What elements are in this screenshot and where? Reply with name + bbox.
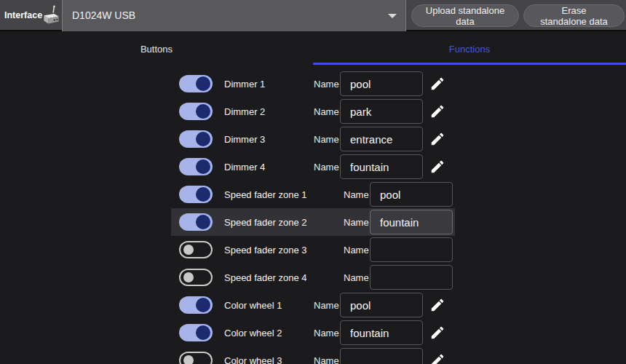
- tab-functions[interactable]: Functions: [313, 33, 626, 65]
- function-row-speed-fader-zone-2: Speed fader zone 2 Name: [171, 208, 455, 236]
- edit-icon[interactable]: [429, 103, 446, 120]
- toggle-speed-fader-zone-3[interactable]: [179, 241, 213, 258]
- device-select-value: D1024W USB: [72, 9, 135, 21]
- toggle-knob: [183, 245, 194, 255]
- name-field-label: Name: [314, 134, 338, 145]
- name-field-label: Name: [344, 272, 368, 283]
- tab-buttons-label: Buttons: [140, 44, 173, 55]
- function-row-dimmer-1: Dimmer 1 Name: [171, 70, 455, 98]
- edit-icon[interactable]: [429, 158, 446, 175]
- device-select-dropdown[interactable]: D1024W USB: [62, 0, 406, 31]
- edit-icon[interactable]: [429, 324, 446, 341]
- toggle-knob: [196, 215, 210, 229]
- name-input-speed-fader-zone-2[interactable]: [370, 210, 453, 234]
- toggle-dimmer-4[interactable]: [179, 158, 213, 175]
- name-input-dimmer-3[interactable]: [340, 127, 423, 151]
- toggle-speed-fader-zone-1[interactable]: [179, 186, 213, 203]
- function-row-speed-fader-zone-3: Speed fader zone 3 Name: [171, 236, 455, 264]
- chevron-down-icon: [388, 14, 397, 18]
- toggle-dimmer-3[interactable]: [179, 130, 213, 148]
- edit-icon[interactable]: [429, 75, 446, 92]
- function-label: Speed fader zone 2: [224, 217, 306, 228]
- toggle-dimmer-2[interactable]: [179, 103, 213, 120]
- name-field-label: Name: [344, 189, 368, 200]
- function-label: Speed fader zone 1: [224, 189, 306, 200]
- edit-icon[interactable]: [429, 130, 446, 148]
- name-input-color-wheel-2[interactable]: [340, 320, 423, 345]
- function-label: Dimmer 3: [224, 134, 265, 145]
- edit-icon[interactable]: [429, 296, 446, 314]
- name-field-label: Name: [314, 355, 338, 364]
- name-field-label: Name: [314, 106, 338, 117]
- name-input-color-wheel-1[interactable]: [340, 293, 423, 317]
- name-input-speed-fader-zone-1[interactable]: [370, 182, 453, 207]
- function-label: Dimmer 1: [224, 79, 265, 90]
- functions-list: Dimmer 1 Name Dimmer 2 Name Dimmer 3 Nam…: [171, 70, 455, 364]
- toggle-speed-fader-zone-2[interactable]: [179, 213, 213, 231]
- upload-standalone-data-button[interactable]: Upload standalone data: [411, 4, 519, 27]
- function-label: Color wheel 1: [224, 300, 282, 311]
- toggle-knob: [183, 272, 194, 282]
- edit-icon[interactable]: [429, 352, 446, 364]
- function-label: Color wheel 2: [224, 328, 282, 339]
- function-row-dimmer-3: Dimmer 3 Name: [171, 125, 455, 153]
- toggle-knob: [196, 104, 210, 119]
- toggle-color-wheel-3[interactable]: [179, 352, 213, 364]
- function-label: Speed fader zone 4: [224, 272, 306, 283]
- name-field-label: Name: [314, 162, 338, 173]
- toggle-knob: [183, 355, 194, 364]
- dmx-interface-device-icon: [41, 5, 61, 27]
- function-row-color-wheel-2: Color wheel 2 Name: [171, 319, 455, 347]
- function-label: Dimmer 4: [224, 162, 265, 173]
- toggle-knob: [196, 325, 210, 340]
- name-input-color-wheel-3[interactable]: [340, 348, 423, 364]
- toggle-speed-fader-zone-4[interactable]: [179, 269, 213, 286]
- interface-label: Interface: [4, 10, 42, 20]
- function-row-speed-fader-zone-1: Speed fader zone 1 Name: [171, 181, 455, 208]
- toggle-knob: [196, 76, 210, 91]
- function-row-color-wheel-3: Color wheel 3 Name: [171, 347, 455, 364]
- name-input-dimmer-2[interactable]: [340, 99, 423, 124]
- toggle-color-wheel-2[interactable]: [179, 324, 213, 341]
- toggle-knob: [196, 132, 210, 146]
- name-field-label: Name: [314, 300, 338, 311]
- name-field-label: Name: [344, 217, 368, 228]
- function-label: Dimmer 2: [224, 106, 265, 117]
- erase-standalone-data-button[interactable]: Erase standalone data: [523, 4, 625, 27]
- name-field-label: Name: [314, 328, 338, 339]
- toggle-color-wheel-1[interactable]: [179, 296, 213, 314]
- function-label: Color wheel 3: [224, 355, 282, 364]
- function-row-color-wheel-1: Color wheel 1 Name: [171, 291, 455, 319]
- name-input-speed-fader-zone-3[interactable]: [370, 237, 453, 262]
- toggle-knob: [196, 159, 210, 174]
- function-row-speed-fader-zone-4: Speed fader zone 4 Name: [171, 264, 455, 291]
- name-input-dimmer-4[interactable]: [340, 154, 423, 179]
- toggle-knob: [196, 298, 210, 312]
- name-input-dimmer-1[interactable]: [340, 71, 423, 96]
- function-row-dimmer-4: Dimmer 4 Name: [171, 153, 455, 181]
- tab-active-underline: [313, 63, 626, 65]
- name-input-speed-fader-zone-4[interactable]: [370, 265, 453, 290]
- function-row-dimmer-2: Dimmer 2 Name: [171, 98, 455, 125]
- tab-bar: Buttons Functions: [0, 33, 626, 65]
- function-label: Speed fader zone 3: [224, 245, 306, 256]
- toggle-knob: [196, 187, 210, 202]
- top-bar: Interface D1024W USB Upload standalone d…: [0, 0, 626, 31]
- tab-functions-label: Functions: [449, 44, 490, 55]
- name-field-label: Name: [344, 245, 368, 256]
- name-field-label: Name: [314, 79, 338, 90]
- tab-buttons[interactable]: Buttons: [0, 33, 313, 65]
- toggle-dimmer-1[interactable]: [179, 75, 213, 92]
